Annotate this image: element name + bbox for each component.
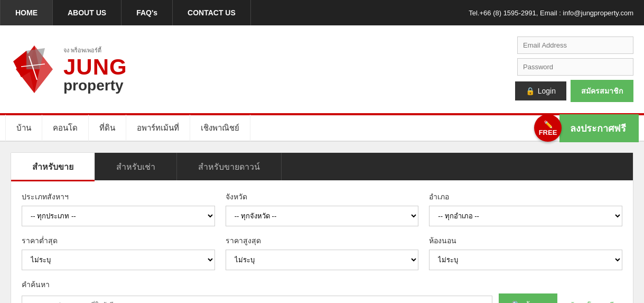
keyword-input[interactable] (22, 296, 492, 304)
tab-for-sale[interactable]: สำหรับขาย (11, 153, 95, 180)
main-content: สำหรับขาย สำหรับเช่า สำหรับขายดาวน์ ประเ… (0, 142, 644, 303)
free-badge-text: FREE (539, 128, 557, 136)
property-type-field: ประเภทสังหาฯ -- ทุกประเภท -- (22, 191, 215, 226)
keyword-input-wrap: 🔍 ค้นหา + ค้นหาโดยละเอียด (22, 293, 622, 303)
advanced-search-button[interactable]: + ค้นหาโดยละเอียด (564, 300, 622, 304)
search-icon: 🔍 (511, 300, 521, 303)
cat-commercial[interactable]: เชิงพาณิชย์ (190, 115, 250, 141)
post-free-area: ✏️ FREE ลงประกาศฟรี (534, 114, 639, 142)
property-type-label: ประเภทสังหาฯ (22, 191, 215, 203)
district-select[interactable]: -- ทุกอำเภอ -- (429, 206, 622, 226)
district-field: อำเภอ -- ทุกอำเภอ -- (429, 191, 622, 226)
max-price-field: ราคาสูงสุด ไม่ระบุ (226, 235, 419, 270)
login-button[interactable]: 🔒 Login (515, 81, 566, 100)
top-navigation: HOME ABOUT US FAQ's CONTACT US Tel.+66 (… (0, 0, 644, 25)
edit-icon: ✏️ (544, 120, 553, 128)
nav-contact[interactable]: CONTACT US (173, 0, 251, 25)
password-input[interactable] (517, 58, 633, 76)
nav-home[interactable]: HOME (0, 0, 53, 25)
logo-text: จง พร็อพเพอร์ตี้ JUNG property (63, 45, 127, 93)
search-button[interactable]: 🔍 ค้นหา (499, 293, 557, 303)
keyword-label: คำค้นหา (22, 279, 622, 290)
post-free-button[interactable]: ลงประกาศฟรี (559, 114, 639, 142)
cat-condo[interactable]: คอนโด (42, 115, 89, 141)
email-input[interactable] (517, 36, 633, 54)
province-field: จังหวัด -- ทุกจังหวัด -- (226, 191, 419, 226)
nav-faq[interactable]: FAQ's (122, 0, 173, 25)
search-form: ประเภทสังหาฯ -- ทุกประเภท -- จังหวัด -- … (11, 180, 633, 303)
logo-jung-text: JUNG (63, 56, 127, 78)
search-row-2: ราคาต่ำสุด ไม่ระบุ ราคาสูงสุด ไม่ระบุ ห้… (22, 235, 622, 270)
logo-property-text: property (63, 78, 127, 93)
lock-icon: 🔒 (526, 87, 535, 95)
tab-for-sale-down[interactable]: สำหรับขายดาวน์ (177, 153, 282, 180)
auth-buttons: 🔒 Login สมัครสมาชิก (515, 80, 633, 102)
nav-about[interactable]: ABOUT US (53, 0, 122, 25)
bedrooms-select[interactable]: ไม่ระบุ (429, 250, 622, 270)
max-price-label: ราคาสูงสุด (226, 235, 419, 246)
logo-icon (11, 40, 58, 98)
province-label: จังหวัด (226, 191, 419, 203)
min-price-select[interactable]: ไม่ระบุ (22, 250, 215, 270)
category-navigation: บ้าน คอนโด ที่ดิน อพาร์ทเม้นที่ เชิงพาณิ… (0, 115, 644, 142)
logo-thai-text: จง พร็อพเพอร์ตี้ (63, 45, 127, 55)
search-row-keyword: คำค้นหา 🔍 ค้นหา + ค้นหาโดยละเอียด (22, 279, 622, 303)
top-nav-links: HOME ABOUT US FAQ's CONTACT US (0, 0, 251, 25)
contact-info: Tel.+66 (8) 1595-2991, Email : info@jung… (458, 0, 644, 25)
site-header: จง พร็อพเพอร์ตี้ JUNG property 🔒 Login ส… (0, 25, 644, 115)
district-label: อำเภอ (429, 191, 622, 203)
logo-area: จง พร็อพเพอร์ตี้ JUNG property (11, 40, 515, 98)
tab-for-rent[interactable]: สำหรับเช่า (95, 153, 177, 180)
free-badge: ✏️ FREE (534, 114, 562, 142)
max-price-select[interactable]: ไม่ระบุ (226, 250, 419, 270)
bedrooms-label: ห้องนอน (429, 235, 622, 246)
search-row-1: ประเภทสังหาฯ -- ทุกประเภท -- จังหวัด -- … (22, 191, 622, 226)
header-auth: 🔒 Login สมัครสมาชิก (515, 36, 633, 102)
cat-land[interactable]: ที่ดิน (89, 115, 126, 141)
cat-ban[interactable]: บ้าน (5, 115, 42, 141)
search-panel: สำหรับขาย สำหรับเช่า สำหรับขายดาวน์ ประเ… (11, 152, 633, 303)
min-price-label: ราคาต่ำสุด (22, 235, 215, 246)
bedrooms-field: ห้องนอน ไม่ระบุ (429, 235, 622, 270)
register-button[interactable]: สมัครสมาชิก (571, 80, 633, 102)
property-type-select[interactable]: -- ทุกประเภท -- (22, 206, 215, 226)
search-tabs: สำหรับขาย สำหรับเช่า สำหรับขายดาวน์ (11, 153, 633, 180)
min-price-field: ราคาต่ำสุด ไม่ระบุ (22, 235, 215, 270)
cat-apartment[interactable]: อพาร์ทเม้นที่ (126, 115, 190, 141)
province-select[interactable]: -- ทุกจังหวัด -- (226, 206, 419, 226)
